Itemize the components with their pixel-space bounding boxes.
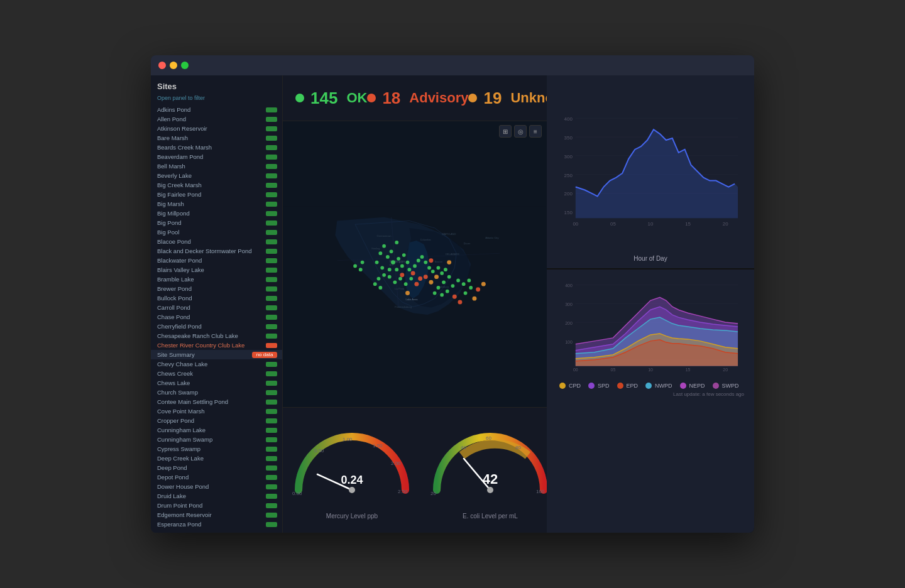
svg-point-45 <box>446 290 449 293</box>
sidebar-item[interactable]: Blackwater Pond <box>151 256 282 265</box>
sidebar-item[interactable]: Beaverdam Pond <box>151 152 282 161</box>
sidebar-item[interactable]: Adkins Pond <box>151 105 282 114</box>
svg-text:0.24: 0.24 <box>341 474 363 486</box>
site-status-badge <box>266 428 277 433</box>
sidebar-item[interactable]: Beards Creek Marsh <box>151 143 282 152</box>
site-name-label: Beaverdam Pond <box>157 153 266 160</box>
sidebar-item[interactable]: Drum Point Pond <box>151 501 282 510</box>
sidebar-item[interactable]: Bramble Lake <box>151 275 282 284</box>
svg-text:La Plata: La Plata <box>395 287 405 290</box>
svg-text:2.50: 2.50 <box>398 489 408 494</box>
sidebar-item[interactable]: Black and Decker Stormwater Pond <box>151 246 282 256</box>
ok-count: 145 <box>310 89 337 108</box>
grid-control-btn[interactable]: ⊞ <box>499 125 512 138</box>
site-name-label: Black and Decker Stormwater Pond <box>157 248 266 254</box>
sidebar-item[interactable]: Atkinson Reservoir <box>151 124 282 133</box>
svg-point-61 <box>353 264 357 268</box>
svg-text:150: 150 <box>564 210 573 215</box>
sidebar-item[interactable]: Chews Creek <box>151 369 282 378</box>
sidebar-item[interactable]: Big Pool <box>151 227 282 237</box>
sidebar-item[interactable]: Cunningham Swamp <box>151 435 282 444</box>
svg-text:100: 100 <box>565 339 573 344</box>
svg-point-25 <box>380 266 384 270</box>
sidebar-item[interactable]: Brewer Pond <box>151 284 282 293</box>
svg-text:Lake Anna: Lake Anna <box>406 298 419 301</box>
site-status-badge <box>266 343 277 348</box>
svg-text:100: 100 <box>536 489 545 494</box>
sidebar-item[interactable]: Bare Marsh <box>151 133 282 143</box>
site-status-badge <box>266 136 277 141</box>
sidebar-item[interactable]: Depot Pond <box>151 472 282 482</box>
sidebar-item[interactable]: Esperanza Pond <box>151 520 282 529</box>
site-status-badge <box>266 202 277 207</box>
sidebar-item[interactable]: Cherryfield Pond <box>151 322 282 331</box>
last-update-text: Last update: a few seconds ago <box>557 390 744 397</box>
sidebar-item[interactable]: Cypress Swamp <box>151 444 282 454</box>
layers-control-btn[interactable]: ≡ <box>529 125 542 138</box>
sidebar-item[interactable]: Big Creek Marsh <box>151 180 282 190</box>
epd-label: EPD <box>627 383 639 389</box>
sidebar-item[interactable]: Site Summaryno data <box>151 350 282 359</box>
sidebar-item[interactable]: Carroll Pond <box>151 303 282 312</box>
sidebar-item[interactable]: Dower House Pond <box>151 482 282 491</box>
sidebar-item[interactable]: Chase Pond <box>151 312 282 322</box>
sidebar-item[interactable]: Bullock Pond <box>151 293 282 303</box>
sidebar-item[interactable]: Chevy Chase Lake <box>151 359 282 369</box>
site-name-label: Cunningham Lake <box>157 427 266 433</box>
target-control-btn[interactable]: ◎ <box>514 125 527 138</box>
svg-point-58 <box>467 279 471 283</box>
sidebar-item[interactable]: Bell Marsh <box>151 161 282 171</box>
svg-point-42 <box>437 286 441 290</box>
svg-text:00: 00 <box>573 367 578 371</box>
window-controls <box>158 62 189 69</box>
site-name-label: Cunningham Swamp <box>157 436 266 443</box>
sidebar-item[interactable]: Chews Lake <box>151 378 282 388</box>
sidebar-item[interactable]: Cove Point Marsh <box>151 406 282 416</box>
sidebar-item[interactable]: Chester River Country Club Lake <box>151 340 282 350</box>
sidebar-item[interactable]: Big Marsh <box>151 199 282 209</box>
svg-point-49 <box>398 277 402 281</box>
sidebar-item[interactable]: Edgemont Reservoir <box>151 510 282 520</box>
sidebar-item[interactable]: Big Millpond <box>151 209 282 218</box>
sidebar-item[interactable]: Big Fairlee Pond <box>151 190 282 199</box>
svg-text:350: 350 <box>564 135 573 141</box>
svg-text:Fredericksburg: Fredericksburg <box>395 305 412 308</box>
site-status-badge <box>266 447 277 452</box>
site-status-badge <box>266 503 277 508</box>
site-name-label: Contee Main Settling Pond <box>157 398 266 405</box>
sidebar-item[interactable]: Blacoe Pond <box>151 237 282 246</box>
sidebar-item[interactable]: Beverly Lake <box>151 171 282 180</box>
svg-point-26 <box>388 268 392 271</box>
sidebar-title: Sites <box>151 75 282 94</box>
svg-point-16 <box>382 244 386 248</box>
minimize-button[interactable] <box>170 62 177 69</box>
multiline-chart-svg: 400 300 200 100 00 05 10 15 20 <box>557 278 744 379</box>
svg-point-72 <box>476 287 480 291</box>
svg-text:80: 80 <box>515 445 521 450</box>
sidebar-item[interactable]: Big Pond <box>151 218 282 227</box>
spd-label: SPD <box>598 383 610 389</box>
site-name-label: Chews Lake <box>157 379 266 386</box>
sidebar-item[interactable]: Allen Pond <box>151 114 282 124</box>
sidebar-item[interactable]: Blairs Valley Lake <box>151 265 282 275</box>
sidebar-item[interactable]: Cropper Pond <box>151 416 282 425</box>
svg-text:05: 05 <box>611 367 616 371</box>
svg-point-51 <box>388 275 392 279</box>
sidebar-item[interactable]: Deep Creek Lake <box>151 454 282 463</box>
svg-point-19 <box>386 255 390 259</box>
sidebar-item[interactable]: Cunningham Lake <box>151 425 282 435</box>
sidebar-item[interactable]: Contee Main Settling Pond <box>151 397 282 406</box>
sidebar-item[interactable]: Druid Lake <box>151 491 282 501</box>
svg-point-17 <box>390 249 393 253</box>
sidebar-item[interactable]: Church Swamp <box>151 388 282 397</box>
svg-point-57 <box>462 282 466 286</box>
nepd-label: NEPD <box>689 383 705 389</box>
map-area[interactable]: Washington D.C. Sterling Germantown Colu… <box>283 121 547 407</box>
ok-label: OK <box>346 90 367 106</box>
sidebar-item[interactable]: Chesapeake Ranch Club Lake <box>151 331 282 340</box>
maximize-button[interactable] <box>181 62 189 69</box>
svg-point-20 <box>378 251 382 255</box>
site-name-label: Blacoe Pond <box>157 238 266 245</box>
close-button[interactable] <box>158 62 166 69</box>
sidebar-item[interactable]: Deep Pond <box>151 463 282 472</box>
